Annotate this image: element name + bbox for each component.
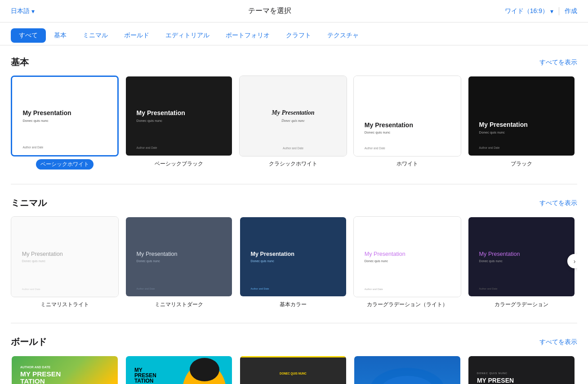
theme-basic-black-thumbnail[interactable]: My Presentation Donec quis nunc Author a… <box>125 76 233 156</box>
theme-minimalist-light-thumbnail[interactable]: My Presentation Donec quis nunc Author a… <box>11 216 119 297</box>
theme-black-thumbnail[interactable]: My Presentation Donec quis nunc Author a… <box>468 76 575 156</box>
section-minimal-show-all[interactable]: すべてを表示 <box>539 199 577 207</box>
main-content: 基本 すべてを表示 My Presentation Donec quis nun… <box>0 45 588 384</box>
tab-basic[interactable]: 基本 <box>46 28 75 45</box>
minimalist-dark-label: ミニマリストダーク <box>155 301 203 308</box>
create-button[interactable]: 作成 <box>565 7 577 15</box>
tab-all[interactable]: すべて <box>11 28 46 43</box>
section-basic-header: 基本 すべてを表示 <box>11 56 577 68</box>
white-label: ホワイト <box>396 160 418 168</box>
tab-minimal[interactable]: ミニマル <box>75 28 116 45</box>
section-minimal-title: ミニマル <box>11 197 47 209</box>
theme-showcase-thumbnail[interactable]: MYPRESENTATION HONEC QUI NUNC <box>125 355 233 384</box>
theme-showcase[interactable]: MYPRESENTATION HONEC QUI NUNC ショーケース <box>125 355 233 384</box>
basic-themes-row: My Presentation Donec quis nunc Author a… <box>11 76 577 170</box>
page-title: テーマを選択 <box>248 6 291 16</box>
section-basic-show-all[interactable]: すべてを表示 <box>539 58 577 67</box>
section-basic: 基本 すべてを表示 My Presentation Donec quis nun… <box>11 56 577 170</box>
header-actions: ワイド（16:9） ▾ 作成 <box>505 7 577 15</box>
theme-basic-color[interactable]: My Presentation Donec quis nunc Author a… <box>239 216 347 308</box>
language-label: 日本語 <box>11 7 30 15</box>
classic-white-label: クラシックホワイト <box>269 160 317 168</box>
minimalist-light-label: ミニマリストライト <box>40 301 89 308</box>
theme-color-gradient-light[interactable]: My Presentation Donec quis nunc Author a… <box>353 216 461 308</box>
theme-color-gradient-light-thumbnail[interactable]: My Presentation Donec quis nunc Author a… <box>353 216 461 297</box>
aspect-ratio-selector[interactable]: ワイド（16:9） ▾ <box>505 7 553 15</box>
theme-minimalist-dark-thumbnail[interactable]: My Presentation Donec quis nunc Author a… <box>125 216 233 297</box>
section-bold-header: ボールド すべてを表示 <box>11 336 577 348</box>
theme-minimalist-light[interactable]: My Presentation Donec quis nunc Author a… <box>11 216 119 308</box>
theme-classic-white-thumbnail[interactable]: My Presentation Donec quis nunc Author a… <box>239 76 347 156</box>
divider-1 <box>11 184 577 184</box>
header-divider <box>559 7 559 15</box>
section-minimal-header: ミニマル すべてを表示 <box>11 197 577 209</box>
language-selector[interactable]: 日本語 ▾ <box>11 7 35 15</box>
theme-bold-color-thumbnail[interactable]: AUTHOR AND DATE MY PRESENTATION Donec qu… <box>11 355 119 384</box>
color-gradient-light-label: カラーグラデーション（ライト） <box>367 301 448 308</box>
bold-themes-row: AUTHOR AND DATE MY PRESENTATION Donec qu… <box>11 355 577 384</box>
theme-academy[interactable]: Donec quis nunc My Presentation アカデミー <box>353 355 461 384</box>
theme-color-gradient[interactable]: My Presentation Donec quis nunc Author a… <box>468 216 575 308</box>
theme-minimalist-dark[interactable]: My Presentation Donec quis nunc Author a… <box>125 216 233 308</box>
theme-modern-type-thumbnail[interactable]: DONEC QUIS NUNC MY PRESENTATION <box>468 355 575 384</box>
section-bold-show-all[interactable]: すべてを表示 <box>539 338 577 346</box>
theme-briefing-thumbnail[interactable]: Donec quis nunc MY PRESENTATION <box>239 355 347 384</box>
basic-black-label: ベーシックブラック <box>155 160 203 168</box>
theme-bold-color[interactable]: AUTHOR AND DATE MY PRESENTATION Donec qu… <box>11 355 119 384</box>
aspect-ratio-label: ワイド（16:9） <box>505 7 548 15</box>
theme-basic-white-thumbnail[interactable]: My Presentation Donec quis nunc Author a… <box>11 76 119 156</box>
theme-academy-thumbnail[interactable]: Donec quis nunc My Presentation <box>353 355 461 384</box>
language-chevron-icon: ▾ <box>31 8 35 15</box>
aspect-chevron-icon: ▾ <box>550 8 553 15</box>
color-gradient-label: カラーグラデーション <box>494 301 548 308</box>
section-bold-title: ボールド <box>11 336 47 348</box>
header: 日本語 ▾ テーマを選択 ワイド（16:9） ▾ 作成 <box>0 0 588 22</box>
section-bold: ボールド すべてを表示 AUTHOR AND DATE MY PRESENTAT… <box>11 336 577 384</box>
basic-white-selected-label: ベーシックホワイト <box>36 159 94 170</box>
theme-briefing[interactable]: Donec quis nunc MY PRESENTATION ブリーフィング <box>239 355 347 384</box>
black-label: ブラック <box>511 160 532 168</box>
theme-basic-color-thumbnail[interactable]: My Presentation Donec quis nunc Author a… <box>239 216 347 297</box>
tab-editorial[interactable]: エディトリアル <box>157 28 218 45</box>
theme-white-thumbnail[interactable]: My Presentation Donec quis nunc Author a… <box>353 76 461 156</box>
tab-portfolio[interactable]: ポートフォリオ <box>218 28 278 45</box>
tab-bold[interactable]: ボールド <box>116 28 157 45</box>
tab-bar: すべて 基本 ミニマル ボールド エディトリアル ポートフォリオ クラフト テク… <box>0 22 588 45</box>
section-minimal: ミニマル すべてを表示 My Presentation Donec quis n… <box>11 197 577 308</box>
theme-basic-white[interactable]: My Presentation Donec quis nunc Author a… <box>11 76 119 170</box>
minimal-themes-row: My Presentation Donec quis nunc Author a… <box>11 216 577 308</box>
theme-basic-black[interactable]: My Presentation Donec quis nunc Author a… <box>125 76 233 168</box>
theme-modern-type[interactable]: DONEC QUIS NUNC MY PRESENTATION モダンタイプ <box>468 355 575 384</box>
theme-black[interactable]: My Presentation Donec quis nunc Author a… <box>468 76 575 168</box>
theme-white[interactable]: My Presentation Donec quis nunc Author a… <box>353 76 461 168</box>
theme-classic-white[interactable]: My Presentation Donec quis nunc Author a… <box>239 76 347 168</box>
section-basic-title: 基本 <box>11 56 29 68</box>
divider-2 <box>11 323 577 323</box>
tab-craft[interactable]: クラフト <box>278 28 319 45</box>
tab-texture[interactable]: テクスチャ <box>319 28 367 45</box>
theme-color-gradient-thumbnail[interactable]: My Presentation Donec quis nunc Author a… <box>468 216 575 297</box>
basic-color-label: 基本カラー <box>280 301 307 308</box>
